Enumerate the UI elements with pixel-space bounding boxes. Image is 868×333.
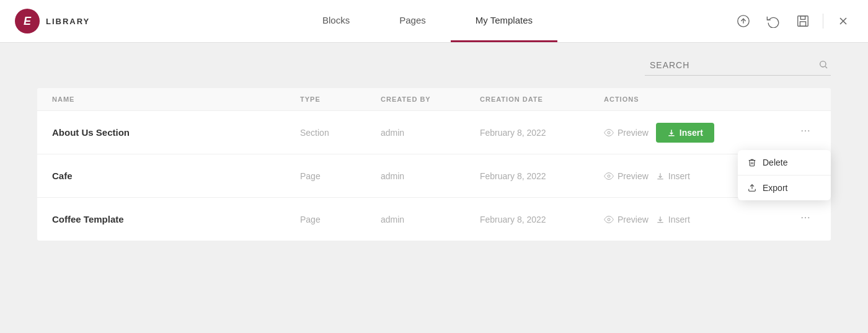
row-name: Coffee Template: [52, 214, 300, 224]
template-table: NAME TYPE CREATED BY CREATION DATE ACTIO…: [37, 88, 831, 241]
col-header-name: NAME: [52, 95, 300, 103]
export-icon: [748, 184, 756, 192]
table-row: Coffee Template Page admin February 8, 2…: [37, 197, 831, 241]
svg-point-14: [808, 130, 809, 131]
svg-rect-2: [798, 16, 808, 27]
col-header-actions: ACTIONS: [604, 95, 816, 103]
trash-icon: [748, 158, 756, 167]
upload-button[interactable]: [733, 11, 753, 31]
delete-menu-item[interactable]: Delete: [738, 150, 831, 175]
header: E LIBRARY Blocks Pages My Templates: [0, 0, 868, 43]
eye-icon: [604, 128, 614, 138]
search-icon: [818, 60, 828, 69]
search-input-wrap: [645, 55, 831, 76]
row-type: Page: [300, 215, 381, 224]
close-button[interactable]: [833, 11, 853, 31]
eye-icon: [604, 215, 614, 224]
row-created-by: admin: [381, 128, 480, 138]
col-header-created-by: CREATED BY: [381, 95, 480, 103]
search-input[interactable]: [645, 55, 831, 76]
svg-point-21: [608, 218, 610, 221]
table-header: NAME TYPE CREATED BY CREATION DATE ACTIO…: [37, 88, 831, 110]
col-header-creation-date: CREATION DATE: [480, 95, 604, 103]
download-icon: [656, 215, 665, 224]
logo-area: E LIBRARY: [0, 9, 136, 33]
col-header-type: TYPE: [300, 95, 381, 103]
table-row: About Us Section Section admin February …: [37, 110, 831, 154]
eye-icon: [604, 171, 614, 181]
svg-point-25: [805, 217, 806, 218]
svg-point-7: [820, 61, 826, 66]
svg-point-15: [608, 175, 610, 177]
header-divider: [823, 14, 823, 29]
row-type: Page: [300, 171, 381, 181]
row-name: About Us Section: [52, 127, 300, 138]
svg-point-24: [802, 217, 803, 218]
table-row: Cafe Page admin February 8, 2022 Preview: [37, 154, 831, 197]
insert-button-row3[interactable]: Insert: [656, 210, 690, 229]
save-icon: [796, 14, 810, 28]
svg-point-26: [808, 217, 809, 218]
tab-blocks[interactable]: Blocks: [298, 0, 374, 42]
svg-rect-4: [800, 22, 805, 26]
tab-my-templates[interactable]: My Templates: [451, 0, 557, 42]
refresh-icon: [766, 14, 780, 28]
row-created-by: admin: [381, 171, 480, 181]
insert-button-active[interactable]: Insert: [656, 123, 714, 143]
more-options-button-row3[interactable]: [795, 210, 816, 229]
nav-tabs: Blocks Pages My Templates: [136, 0, 719, 42]
close-icon: [837, 15, 849, 27]
row-name: Cafe: [52, 171, 300, 181]
preview-button[interactable]: Preview: [604, 128, 649, 138]
svg-point-13: [805, 130, 806, 131]
row-date: February 8, 2022: [480, 171, 604, 181]
upload-icon: [737, 14, 750, 28]
insert-button-row2[interactable]: Insert: [656, 166, 690, 186]
logo-text: LIBRARY: [46, 17, 90, 26]
svg-point-12: [802, 130, 803, 131]
download-icon: [667, 128, 676, 137]
ellipsis-icon: [800, 125, 811, 136]
ellipsis-icon: [800, 212, 811, 223]
row-created-by: admin: [381, 215, 480, 224]
preview-button[interactable]: Preview: [604, 171, 649, 181]
save-button[interactable]: [793, 11, 813, 31]
preview-button[interactable]: Preview: [604, 215, 649, 224]
header-actions: [719, 11, 868, 31]
row-type: Section: [300, 128, 381, 138]
row-date: February 8, 2022: [480, 215, 604, 224]
more-options-button-row1[interactable]: [795, 123, 816, 142]
row-date: February 8, 2022: [480, 128, 604, 138]
row-actions: Preview Insert: [604, 210, 816, 229]
svg-rect-3: [800, 16, 805, 20]
svg-line-8: [825, 66, 827, 68]
context-menu: Delete Export: [738, 150, 831, 200]
search-bar: [37, 55, 831, 76]
download-icon: [656, 172, 665, 180]
tab-pages[interactable]: Pages: [374, 0, 451, 42]
export-menu-item[interactable]: Export: [738, 175, 831, 200]
refresh-button[interactable]: [763, 11, 783, 31]
logo-icon: E: [15, 9, 40, 33]
row-actions: Preview Insert: [604, 123, 816, 143]
search-button[interactable]: [818, 60, 828, 72]
svg-point-9: [608, 131, 610, 134]
